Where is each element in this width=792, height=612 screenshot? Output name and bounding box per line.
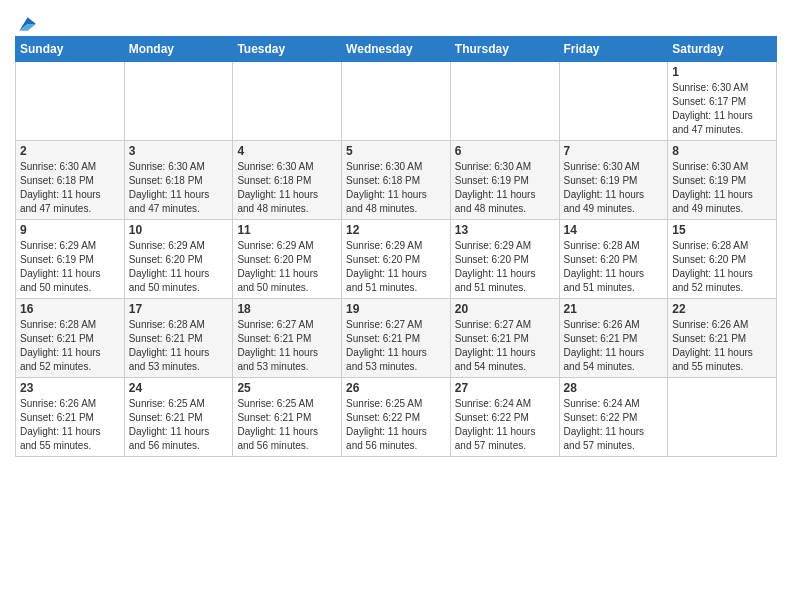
weekday-header-tuesday: Tuesday — [233, 37, 342, 62]
day-info: Sunrise: 6:24 AM Sunset: 6:22 PM Dayligh… — [455, 397, 555, 453]
day-info: Sunrise: 6:29 AM Sunset: 6:20 PM Dayligh… — [129, 239, 229, 295]
calendar-cell: 6Sunrise: 6:30 AM Sunset: 6:19 PM Daylig… — [450, 141, 559, 220]
calendar-cell: 24Sunrise: 6:25 AM Sunset: 6:21 PM Dayli… — [124, 378, 233, 457]
day-info: Sunrise: 6:30 AM Sunset: 6:18 PM Dayligh… — [346, 160, 446, 216]
header-row: SundayMondayTuesdayWednesdayThursdayFrid… — [16, 37, 777, 62]
day-info: Sunrise: 6:25 AM Sunset: 6:21 PM Dayligh… — [129, 397, 229, 453]
day-number: 6 — [455, 144, 555, 158]
calendar-cell: 18Sunrise: 6:27 AM Sunset: 6:21 PM Dayli… — [233, 299, 342, 378]
day-info: Sunrise: 6:25 AM Sunset: 6:21 PM Dayligh… — [237, 397, 337, 453]
day-number: 18 — [237, 302, 337, 316]
calendar-cell: 15Sunrise: 6:28 AM Sunset: 6:20 PM Dayli… — [668, 220, 777, 299]
calendar-cell: 14Sunrise: 6:28 AM Sunset: 6:20 PM Dayli… — [559, 220, 668, 299]
weekday-header-saturday: Saturday — [668, 37, 777, 62]
calendar-cell — [342, 62, 451, 141]
logo-icon — [16, 14, 36, 34]
day-number: 3 — [129, 144, 229, 158]
calendar-cell: 27Sunrise: 6:24 AM Sunset: 6:22 PM Dayli… — [450, 378, 559, 457]
day-info: Sunrise: 6:30 AM Sunset: 6:18 PM Dayligh… — [237, 160, 337, 216]
calendar-cell — [668, 378, 777, 457]
day-number: 4 — [237, 144, 337, 158]
calendar-cell — [124, 62, 233, 141]
page: SundayMondayTuesdayWednesdayThursdayFrid… — [0, 0, 792, 612]
calendar-cell: 4Sunrise: 6:30 AM Sunset: 6:18 PM Daylig… — [233, 141, 342, 220]
day-info: Sunrise: 6:28 AM Sunset: 6:21 PM Dayligh… — [129, 318, 229, 374]
day-number: 15 — [672, 223, 772, 237]
day-number: 17 — [129, 302, 229, 316]
day-number: 11 — [237, 223, 337, 237]
calendar-cell: 10Sunrise: 6:29 AM Sunset: 6:20 PM Dayli… — [124, 220, 233, 299]
day-info: Sunrise: 6:29 AM Sunset: 6:20 PM Dayligh… — [346, 239, 446, 295]
day-info: Sunrise: 6:26 AM Sunset: 6:21 PM Dayligh… — [672, 318, 772, 374]
day-number: 8 — [672, 144, 772, 158]
calendar-cell: 5Sunrise: 6:30 AM Sunset: 6:18 PM Daylig… — [342, 141, 451, 220]
header — [15, 10, 777, 30]
day-info: Sunrise: 6:26 AM Sunset: 6:21 PM Dayligh… — [564, 318, 664, 374]
calendar-cell: 1Sunrise: 6:30 AM Sunset: 6:17 PM Daylig… — [668, 62, 777, 141]
day-info: Sunrise: 6:30 AM Sunset: 6:19 PM Dayligh… — [455, 160, 555, 216]
calendar-cell — [450, 62, 559, 141]
weekday-header-thursday: Thursday — [450, 37, 559, 62]
day-number: 28 — [564, 381, 664, 395]
calendar-cell: 25Sunrise: 6:25 AM Sunset: 6:21 PM Dayli… — [233, 378, 342, 457]
calendar-cell: 11Sunrise: 6:29 AM Sunset: 6:20 PM Dayli… — [233, 220, 342, 299]
calendar-cell: 20Sunrise: 6:27 AM Sunset: 6:21 PM Dayli… — [450, 299, 559, 378]
calendar-week-4: 16Sunrise: 6:28 AM Sunset: 6:21 PM Dayli… — [16, 299, 777, 378]
day-number: 9 — [20, 223, 120, 237]
day-number: 22 — [672, 302, 772, 316]
day-info: Sunrise: 6:24 AM Sunset: 6:22 PM Dayligh… — [564, 397, 664, 453]
day-info: Sunrise: 6:27 AM Sunset: 6:21 PM Dayligh… — [455, 318, 555, 374]
day-number: 2 — [20, 144, 120, 158]
day-number: 19 — [346, 302, 446, 316]
calendar-week-1: 1Sunrise: 6:30 AM Sunset: 6:17 PM Daylig… — [16, 62, 777, 141]
calendar-cell: 16Sunrise: 6:28 AM Sunset: 6:21 PM Dayli… — [16, 299, 125, 378]
calendar-cell: 21Sunrise: 6:26 AM Sunset: 6:21 PM Dayli… — [559, 299, 668, 378]
calendar-cell — [559, 62, 668, 141]
calendar-cell: 2Sunrise: 6:30 AM Sunset: 6:18 PM Daylig… — [16, 141, 125, 220]
day-info: Sunrise: 6:30 AM Sunset: 6:19 PM Dayligh… — [672, 160, 772, 216]
calendar-cell — [233, 62, 342, 141]
day-number: 5 — [346, 144, 446, 158]
day-info: Sunrise: 6:28 AM Sunset: 6:20 PM Dayligh… — [564, 239, 664, 295]
day-info: Sunrise: 6:28 AM Sunset: 6:20 PM Dayligh… — [672, 239, 772, 295]
day-info: Sunrise: 6:29 AM Sunset: 6:20 PM Dayligh… — [237, 239, 337, 295]
day-number: 25 — [237, 381, 337, 395]
day-number: 12 — [346, 223, 446, 237]
calendar-cell: 13Sunrise: 6:29 AM Sunset: 6:20 PM Dayli… — [450, 220, 559, 299]
calendar-cell: 17Sunrise: 6:28 AM Sunset: 6:21 PM Dayli… — [124, 299, 233, 378]
calendar-cell: 9Sunrise: 6:29 AM Sunset: 6:19 PM Daylig… — [16, 220, 125, 299]
calendar-cell: 28Sunrise: 6:24 AM Sunset: 6:22 PM Dayli… — [559, 378, 668, 457]
day-info: Sunrise: 6:29 AM Sunset: 6:20 PM Dayligh… — [455, 239, 555, 295]
day-number: 16 — [20, 302, 120, 316]
logo — [15, 14, 36, 30]
day-info: Sunrise: 6:27 AM Sunset: 6:21 PM Dayligh… — [237, 318, 337, 374]
day-number: 13 — [455, 223, 555, 237]
calendar-cell: 22Sunrise: 6:26 AM Sunset: 6:21 PM Dayli… — [668, 299, 777, 378]
day-number: 20 — [455, 302, 555, 316]
weekday-header-sunday: Sunday — [16, 37, 125, 62]
day-number: 26 — [346, 381, 446, 395]
day-number: 1 — [672, 65, 772, 79]
calendar-cell: 26Sunrise: 6:25 AM Sunset: 6:22 PM Dayli… — [342, 378, 451, 457]
weekday-header-wednesday: Wednesday — [342, 37, 451, 62]
day-info: Sunrise: 6:30 AM Sunset: 6:17 PM Dayligh… — [672, 81, 772, 137]
day-info: Sunrise: 6:27 AM Sunset: 6:21 PM Dayligh… — [346, 318, 446, 374]
day-info: Sunrise: 6:30 AM Sunset: 6:18 PM Dayligh… — [20, 160, 120, 216]
weekday-header-friday: Friday — [559, 37, 668, 62]
calendar-week-3: 9Sunrise: 6:29 AM Sunset: 6:19 PM Daylig… — [16, 220, 777, 299]
calendar-cell: 12Sunrise: 6:29 AM Sunset: 6:20 PM Dayli… — [342, 220, 451, 299]
calendar-cell — [16, 62, 125, 141]
day-info: Sunrise: 6:26 AM Sunset: 6:21 PM Dayligh… — [20, 397, 120, 453]
day-info: Sunrise: 6:30 AM Sunset: 6:19 PM Dayligh… — [564, 160, 664, 216]
day-info: Sunrise: 6:28 AM Sunset: 6:21 PM Dayligh… — [20, 318, 120, 374]
calendar: SundayMondayTuesdayWednesdayThursdayFrid… — [15, 36, 777, 457]
day-number: 24 — [129, 381, 229, 395]
calendar-cell: 8Sunrise: 6:30 AM Sunset: 6:19 PM Daylig… — [668, 141, 777, 220]
calendar-cell: 7Sunrise: 6:30 AM Sunset: 6:19 PM Daylig… — [559, 141, 668, 220]
calendar-week-5: 23Sunrise: 6:26 AM Sunset: 6:21 PM Dayli… — [16, 378, 777, 457]
day-number: 23 — [20, 381, 120, 395]
calendar-cell: 3Sunrise: 6:30 AM Sunset: 6:18 PM Daylig… — [124, 141, 233, 220]
calendar-week-2: 2Sunrise: 6:30 AM Sunset: 6:18 PM Daylig… — [16, 141, 777, 220]
day-info: Sunrise: 6:30 AM Sunset: 6:18 PM Dayligh… — [129, 160, 229, 216]
day-number: 21 — [564, 302, 664, 316]
